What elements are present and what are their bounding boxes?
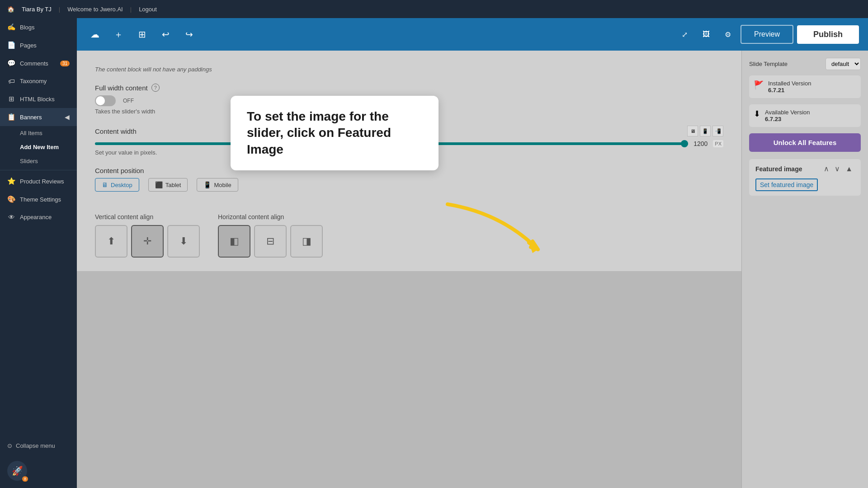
sidebar: ✍ Blogs 📄 Pages 💬 Comments 31 🏷 Taxonomy… (0, 18, 77, 488)
appearance-icon: 👁 (7, 213, 15, 221)
admin-bar: 🏠 Tiara By TJ | Welcome to Jwero.AI | Lo… (0, 0, 868, 18)
theme-settings-icon: 🎨 (7, 195, 15, 203)
collapse-label: Collapse menu (16, 442, 55, 449)
horizontal-center-btn[interactable]: ⊟ (254, 225, 287, 258)
layout-btn[interactable]: ⊞ (133, 25, 151, 43)
mobile-icon: 📱 (203, 181, 211, 188)
featured-image-label: Featured image (755, 165, 802, 173)
installed-version-row: 🚩 Installed Version 6.7.21 (749, 75, 861, 98)
sliders-label: Sliders (20, 158, 38, 164)
sidebar-html-blocks-label: HTML Blocks (20, 96, 55, 103)
set-featured-image-link[interactable]: Set featured image (755, 178, 818, 191)
desktop-position-btn[interactable]: 🖥 Desktop (95, 178, 139, 192)
sidebar-sliders[interactable]: Sliders (0, 154, 77, 168)
featured-expand-btn[interactable]: ▲ (844, 164, 854, 174)
logout-link[interactable]: Logout (139, 6, 157, 13)
desktop-label: Desktop (111, 182, 132, 188)
redo-btn[interactable]: ↪ (180, 25, 198, 43)
tooltip-text: To set the image for the slider, click o… (247, 108, 422, 158)
featured-down-btn[interactable]: ∨ (833, 164, 842, 174)
collapse-icon: ⊙ (7, 442, 12, 449)
sidebar-item-theme-settings[interactable]: 🎨 Theme Settings (0, 190, 77, 208)
fullscreen-btn[interactable]: ⤢ (675, 25, 693, 43)
slider-value: 1200 (693, 140, 708, 147)
comments-icon: 💬 (7, 59, 15, 67)
sidebar-product-reviews-label: Product Reviews (20, 178, 64, 185)
full-width-help-icon[interactable]: ? (151, 84, 160, 92)
sidebar-item-blogs[interactable]: ✍ Blogs (0, 18, 77, 36)
sidebar-appearance-label: Appearance (20, 214, 52, 221)
sidebar-item-comments[interactable]: 💬 Comments 31 (0, 54, 77, 72)
desktop-size-btn[interactable]: 🖥 (687, 126, 698, 136)
sidebar-pages-label: Pages (20, 42, 37, 49)
horizontal-right-btn[interactable]: ◨ (290, 225, 323, 258)
vertical-center-btn[interactable]: ✛ (131, 225, 164, 258)
slide-template-label: Slide Template (749, 61, 788, 67)
sep2: | (130, 6, 132, 13)
slider-unit: PX (713, 140, 723, 147)
banners-collapse-icon: ◀ (65, 113, 70, 121)
sidebar-add-new-item[interactable]: Add New Item (0, 140, 77, 154)
mobile-size-btn[interactable]: 📲 (712, 126, 723, 136)
avatar[interactable]: 🚀 8 (7, 461, 27, 481)
preview-button[interactable]: Preview (741, 25, 793, 44)
sidebar-item-product-reviews[interactable]: ⭐ Product Reviews (0, 172, 77, 190)
cloud-btn[interactable]: ☁ (86, 25, 104, 43)
sidebar-footer: 🚀 8 (0, 454, 77, 488)
toggle-off-label: OFF (123, 98, 134, 104)
content-width-label: Content width (95, 127, 137, 135)
slide-template-select[interactable]: default (826, 58, 861, 70)
banners-icon: 📋 (7, 113, 15, 121)
admin-home-icon: 🏠 (7, 6, 14, 13)
vertical-bottom-btn[interactable]: ⬇ (167, 225, 200, 258)
full-width-label: Full width content (95, 84, 148, 92)
sidebar-all-items[interactable]: All Items (0, 126, 77, 140)
full-width-toggle[interactable] (95, 95, 116, 106)
all-items-label: All Items (20, 130, 42, 136)
sidebar-item-html-blocks[interactable]: ⊞ HTML Blocks (0, 90, 77, 108)
vertical-top-btn[interactable]: ⬆ (95, 225, 127, 258)
avatar-badge: 8 (22, 476, 28, 482)
mobile-position-btn[interactable]: 📱 Mobile (197, 178, 238, 192)
horizontal-left-btn[interactable]: ◧ (218, 225, 250, 258)
sidebar-item-banners[interactable]: 📋 Banners ◀ (0, 108, 77, 126)
sidebar-item-taxonomy[interactable]: 🏷 Taxonomy (0, 72, 77, 90)
welcome-link[interactable]: Welcome to Jwero.AI (67, 6, 123, 13)
arrow-indicator (420, 177, 574, 277)
tablet-position-btn[interactable]: ⬛ Tablet (148, 178, 188, 192)
publish-button[interactable]: Publish (797, 25, 859, 44)
comments-badge: 31 (60, 61, 70, 66)
collapse-menu-btn[interactable]: ⊙ Collapse menu (0, 438, 77, 454)
preview-img-btn[interactable]: 🖼 (697, 25, 715, 43)
settings-btn[interactable]: ⚙ (719, 25, 737, 43)
sidebar-theme-settings-label: Theme Settings (20, 196, 61, 203)
taxonomy-icon: 🏷 (7, 77, 15, 85)
add-new-item-label: Add New Item (20, 144, 59, 150)
add-btn[interactable]: ＋ (109, 25, 127, 43)
sidebar-taxonomy-label: Taxonomy (20, 78, 47, 84)
content-position-label: Content position (95, 167, 144, 174)
html-blocks-icon: ⊞ (7, 95, 15, 103)
featured-up-btn[interactable]: ∧ (822, 164, 831, 174)
sidebar-item-pages[interactable]: 📄 Pages (0, 36, 77, 54)
available-version-row: ⬇ Available Version 6.7.23 (749, 104, 861, 127)
blogs-icon: ✍ (7, 23, 15, 31)
tooltip-overlay: To set the image for the slider, click o… (231, 96, 439, 170)
tablet-size-btn[interactable]: 📱 (700, 126, 711, 136)
available-version-icon: ⬇ (754, 109, 760, 119)
site-name[interactable]: Tiara By TJ (22, 6, 52, 13)
available-version-label: Available Version (765, 109, 810, 116)
editor-toolbar: ☁ ＋ ⊞ ↩ ↪ ⤢ 🖼 ⚙ Preview Publish (77, 18, 868, 51)
available-version-num: 6.7.23 (765, 116, 810, 122)
installed-version-label: Installed Version (768, 80, 811, 87)
sidebar-item-appearance[interactable]: 👁 Appearance (0, 208, 77, 226)
tablet-label: Tablet (165, 182, 181, 188)
sidebar-comments-label: Comments (20, 60, 48, 67)
unlock-all-features-button[interactable]: Unlock All Features (749, 133, 861, 152)
editor-wrapper: ☁ ＋ ⊞ ↩ ↪ ⤢ 🖼 ⚙ Preview Publish The cont… (77, 18, 868, 488)
sep1: | (59, 6, 60, 13)
undo-btn[interactable]: ↩ (156, 25, 175, 43)
content-position-row: Content position 🖥 Desktop ⬛ Tablet (95, 167, 723, 192)
sidebar-banners-label: Banners (20, 114, 42, 121)
tablet-icon: ⬛ (155, 181, 163, 188)
